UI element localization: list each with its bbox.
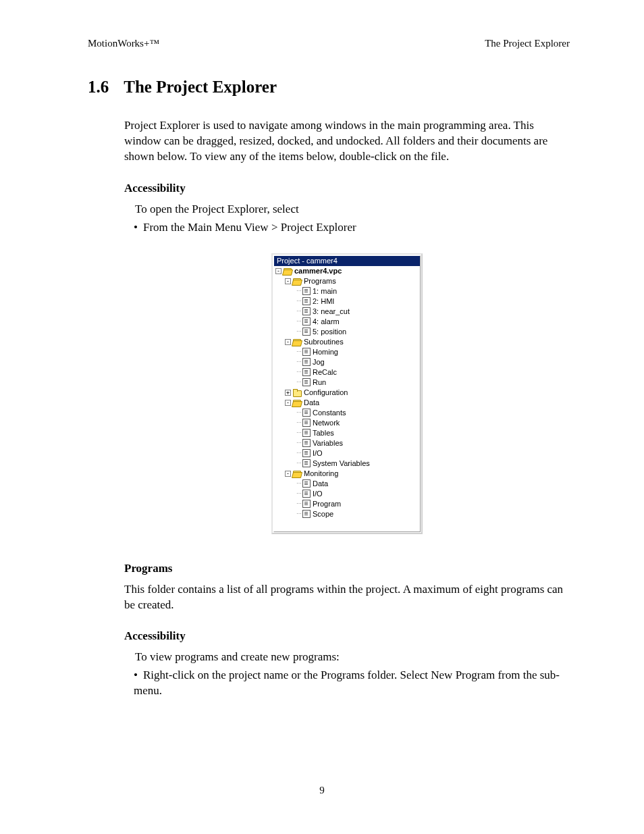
tree-root[interactable]: - cammer4.vpc [274, 266, 420, 276]
tree-file[interactable]: ⋯5: position [274, 327, 420, 337]
file-icon [302, 297, 311, 305]
file-icon [302, 328, 311, 336]
tree-file[interactable]: ⋯Tables [274, 428, 420, 438]
page-number: 9 [0, 785, 644, 796]
file-icon [302, 510, 311, 518]
tree-file[interactable]: ⋯3: near_cut [274, 307, 420, 317]
expander-icon[interactable]: + [285, 390, 291, 396]
tree-file[interactable]: ⋯Program [274, 499, 420, 509]
section-number: 1.6 [88, 78, 109, 97]
header-left: MotionWorks+™ [88, 38, 159, 49]
file-icon [302, 348, 311, 356]
tree-root-label: cammer4.vpc [294, 267, 342, 275]
intro-paragraph: Project Explorer is used to navigate amo… [124, 118, 570, 165]
programs-body: This folder contains a list of all progr… [124, 582, 570, 613]
tree-file[interactable]: ⋯Scope [274, 509, 420, 519]
tree-title-bar: Project - cammer4 [274, 256, 420, 266]
accessibility2-line: To view programs and create new programs… [135, 650, 570, 665]
tree-file[interactable]: ⋯Homing [274, 347, 420, 357]
folder-open-icon [292, 338, 302, 346]
tree-folder-data[interactable]: - Data [274, 398, 420, 408]
expander-icon[interactable]: - [285, 400, 291, 406]
tree-folder-configuration[interactable]: + Configuration [274, 388, 420, 398]
folder-closed-icon [292, 389, 302, 396]
folder-open-icon [292, 470, 302, 477]
folder-open-icon [292, 399, 302, 407]
file-icon [302, 490, 311, 498]
file-icon [302, 500, 311, 508]
tree-file[interactable]: ⋯Jog [274, 357, 420, 367]
accessibility-heading-1: Accessibility [124, 181, 570, 197]
tree-file[interactable]: ⋯2: HMI [274, 296, 420, 307]
tree-file[interactable]: ⋯Data [274, 479, 420, 489]
accessibility1-line: To open the Project Explorer, select [135, 202, 570, 217]
file-icon [302, 368, 311, 376]
file-icon [302, 429, 311, 437]
expander-icon[interactable]: - [285, 339, 291, 345]
file-icon [302, 317, 311, 325]
file-icon [302, 459, 311, 467]
tree-file[interactable]: ⋯Variables [274, 438, 420, 448]
page-header: MotionWorks+™ The Project Explorer [88, 38, 570, 49]
tree-file[interactable]: ⋯I/O [274, 448, 420, 459]
tree-file[interactable]: ⋯Network [274, 418, 420, 428]
tree-file[interactable]: ⋯4: alarm [274, 317, 420, 327]
tree-file[interactable]: ⋯ReCalc [274, 367, 420, 377]
section-title: The Project Explorer [124, 78, 277, 96]
expander-icon[interactable]: - [285, 278, 291, 284]
file-icon [302, 479, 311, 488]
file-icon [302, 378, 311, 386]
folder-open-icon [283, 267, 292, 275]
accessibility2-bullet: •Right-click on the project name or the … [134, 668, 570, 699]
tree-folder-monitoring[interactable]: - Monitoring [274, 469, 420, 479]
file-icon [302, 307, 311, 315]
tree-file[interactable]: ⋯1: main [274, 286, 420, 296]
accessibility-heading-2: Accessibility [124, 629, 570, 644]
file-icon [302, 287, 311, 295]
tree-file[interactable]: ⋯I/O [274, 489, 420, 499]
folder-open-icon [292, 278, 302, 285]
expander-icon[interactable]: - [285, 471, 291, 477]
accessibility1-bullet: •From the Main Menu View > Project Explo… [134, 220, 570, 236]
programs-heading: Programs [124, 561, 570, 577]
file-icon [302, 358, 311, 366]
section-heading: 1.6The Project Explorer [88, 78, 570, 97]
tree-folder-subroutines[interactable]: - Subroutines [274, 337, 420, 347]
tree-file[interactable]: ⋯System Variables [274, 459, 420, 469]
header-right: The Project Explorer [485, 38, 570, 49]
project-explorer-window: Project - cammer4 - cammer4.vpc - Progra… [271, 253, 423, 534]
tree-folder-programs[interactable]: - Programs [274, 276, 420, 286]
file-icon [302, 419, 311, 427]
tree-file[interactable]: ⋯Constants [274, 408, 420, 418]
file-icon [302, 439, 311, 447]
file-icon [302, 449, 311, 457]
file-icon [302, 409, 311, 417]
expander-icon[interactable]: - [275, 268, 281, 274]
tree-file[interactable]: ⋯Run [274, 377, 420, 388]
